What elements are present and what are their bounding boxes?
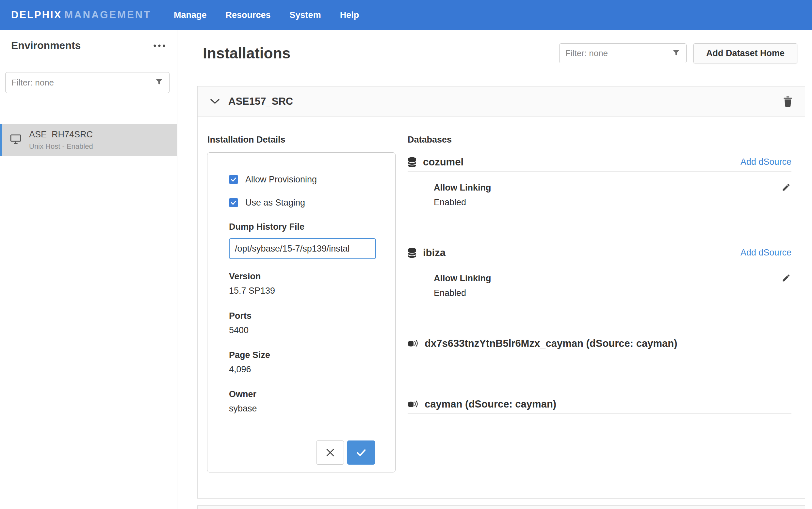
installation-card-body: Installation Details Allow Provisioning … [198, 116, 805, 499]
installation-name: ASE157_SRC [228, 96, 293, 107]
database-ibiza-details: Allow Linking Enabled [408, 273, 791, 298]
database-cozumel-details: Allow Linking Enabled [408, 183, 791, 207]
dump-history-file-input[interactable] [229, 238, 376, 259]
allow-provisioning-row: Allow Provisioning [229, 174, 375, 185]
environment-item-text: ASE_RH74SRC Unix Host - Enabled [29, 130, 93, 151]
allow-linking-value: Enabled [434, 197, 791, 207]
installation-card: ASE157_SRC Installation Details Allow Pr… [197, 86, 805, 499]
environment-name: ASE_RH74SRC [29, 130, 93, 140]
use-as-staging-label: Use as Staging [245, 198, 305, 208]
database-name: cozumel [423, 156, 464, 168]
host-monitor-icon [10, 134, 21, 146]
dump-history-file-label: Dump History File [229, 222, 375, 232]
database-icon [408, 157, 416, 167]
database-row-ibiza[interactable]: ibiza Add dSource [408, 243, 791, 262]
database-name: cayman (dSource: cayman) [425, 398, 556, 410]
environments-filter-input[interactable]: Filter: none [5, 72, 169, 93]
edit-pencil-icon[interactable] [782, 183, 791, 193]
use-as-staging-row: Use as Staging [229, 197, 375, 208]
database-row-dx7s633-cayman[interactable]: dx7s633tnzYtnB5lr6Mzx_cayman (dSource: c… [408, 334, 791, 353]
installations-filter-placeholder: Filter: none [565, 48, 672, 58]
sidebar-header: Environments [0, 30, 177, 61]
next-installation-card-edge [197, 505, 805, 509]
dsource-database-icon [408, 400, 418, 409]
environment-status: Unix Host - Enabled [29, 142, 93, 151]
allow-linking-label: Allow Linking [434, 273, 791, 283]
delphix-logo: DELPHIXMANAGEMENT [11, 9, 151, 21]
installation-details-heading: Installation Details [208, 135, 285, 145]
top-nav-menu: Manage Resources System Help [164, 0, 369, 30]
edit-pencil-icon[interactable] [782, 273, 791, 284]
databases-list: cozumel Add dSource Allow Linking Enable… [408, 153, 791, 414]
ellipsis-menu-icon[interactable] [153, 44, 166, 48]
installation-details-form: Allow Provisioning Use as Staging Dump H… [207, 152, 396, 472]
details-form-actions [229, 440, 375, 465]
ports-label: Ports [229, 311, 375, 321]
installations-filter-input[interactable]: Filter: none [559, 43, 687, 63]
database-name: ibiza [423, 247, 445, 259]
installation-card-header: ASE157_SRC [198, 87, 805, 116]
environments-filter-placeholder: Filter: none [11, 78, 155, 88]
confirm-button[interactable] [347, 440, 375, 465]
nav-resources[interactable]: Resources [216, 0, 280, 30]
nav-system[interactable]: System [280, 0, 331, 30]
version-label: Version [229, 271, 375, 281]
add-dsource-link[interactable]: Add dSource [741, 248, 791, 258]
chevron-down-icon[interactable] [210, 99, 220, 104]
database-icon [408, 248, 416, 258]
nav-help[interactable]: Help [331, 0, 369, 30]
add-dataset-home-button[interactable]: Add Dataset Home [693, 43, 797, 63]
funnel-icon [155, 78, 163, 88]
nav-manage[interactable]: Manage [164, 0, 216, 30]
brand-secondary: MANAGEMENT [64, 9, 151, 21]
cancel-button[interactable] [316, 440, 344, 465]
owner-label: Owner [229, 389, 375, 399]
database-row-cozumel[interactable]: cozumel Add dSource [408, 153, 791, 172]
brand-primary: DELPHIX [11, 9, 62, 21]
allow-provisioning-checkbox[interactable] [229, 175, 238, 184]
environment-item-ase-rh74src[interactable]: ASE_RH74SRC Unix Host - Enabled [0, 124, 177, 156]
add-dsource-link[interactable]: Add dSource [741, 157, 791, 167]
page-size-label: Page Size [229, 350, 375, 360]
version-value: 15.7 SP139 [229, 286, 375, 296]
page-size-value: 4,096 [229, 365, 375, 375]
environments-sidebar: Environments Filter: none ASE_RH74SRC Un… [0, 30, 177, 509]
allow-linking-label: Allow Linking [434, 183, 791, 193]
database-row-cayman[interactable]: cayman (dSource: cayman) [408, 395, 791, 414]
funnel-icon [672, 48, 680, 58]
sidebar-title: Environments [11, 39, 81, 52]
ports-value: 5400 [229, 325, 375, 335]
use-as-staging-checkbox[interactable] [229, 198, 238, 207]
allow-provisioning-label: Allow Provisioning [245, 175, 317, 185]
owner-value: sybase [229, 404, 375, 414]
top-nav-bar: DELPHIXMANAGEMENT Manage Resources Syste… [0, 0, 812, 30]
databases-heading: Databases [408, 135, 452, 145]
main-content: Installations Filter: none Add Dataset H… [178, 30, 812, 509]
dsource-database-icon [408, 339, 418, 348]
page-title: Installations [203, 44, 290, 62]
trash-icon[interactable] [783, 96, 792, 107]
database-name: dx7s633tnzYtnB5lr6Mzx_cayman (dSource: c… [425, 338, 678, 349]
allow-linking-value: Enabled [434, 288, 791, 298]
